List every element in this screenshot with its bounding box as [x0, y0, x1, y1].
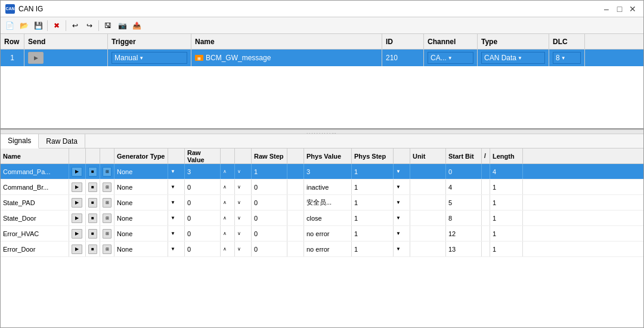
stop-btn-0[interactable]: ■ — [88, 167, 97, 177]
tab-signals[interactable]: Signals — [1, 134, 39, 148]
table-row[interactable]: 1 ▶ Manual ▼ ▦ BCM_GW_message 210 — [1, 49, 643, 66]
sig-ps-arr-4[interactable]: ▼ — [394, 226, 410, 241]
send-button[interactable]: ▶ — [28, 52, 44, 64]
play-btn-0[interactable]: ▶ — [72, 167, 82, 177]
sig-raw-val-3[interactable]: 0 — [185, 211, 221, 225]
delete-button[interactable]: ✖ — [50, 19, 63, 32]
sig-rv-dn-5[interactable]: ∨ — [235, 242, 252, 256]
sig-ctrl-stop-0[interactable]: ■ — [86, 164, 100, 179]
signal-row-2[interactable]: State_PAD ▶ ■ ⊞ None ▼ 0 ∧ ∨ 0 安全员... 1 … — [1, 195, 643, 211]
play-btn-1[interactable]: ▶ — [72, 182, 82, 192]
sig-rs-arr-5[interactable] — [287, 242, 304, 256]
sig-rv-up-3[interactable]: ∧ — [221, 211, 235, 225]
signal-row-0[interactable]: Command_Pa... ▶ ■ ⊞ None ▼ 3 ∧ ∨ 1 3 1 ▼ — [1, 164, 643, 180]
sig-raw-val-2[interactable]: 0 — [185, 195, 221, 210]
sig-gt-arr-5[interactable]: ▼ — [168, 242, 185, 256]
sig-gt-arr-4[interactable]: ▼ — [168, 226, 185, 241]
sig-rs-arr-3[interactable] — [287, 211, 304, 225]
sig-rs-arr-2[interactable] — [287, 195, 304, 210]
type-select[interactable]: CAN Data ▼ — [481, 52, 545, 64]
sig-ctrl-stop-5[interactable]: ■ — [86, 242, 100, 256]
sig-raw-step-0[interactable]: 1 — [252, 164, 287, 179]
save-button[interactable]: 💾 — [32, 19, 45, 32]
sig-gt-arr-1[interactable]: ▼ — [168, 180, 185, 194]
sig-raw-step-4[interactable]: 0 — [252, 226, 287, 241]
dlc-select[interactable]: 8 ▼ — [553, 52, 581, 64]
stop-btn-3[interactable]: ■ — [88, 213, 97, 223]
signal-row-1[interactable]: Command_Br... ▶ ■ ⊞ None ▼ 0 ∧ ∨ 0 inact… — [1, 180, 643, 195]
step-btn-5[interactable]: ⊞ — [103, 245, 112, 254]
step-btn-0[interactable]: ⊞ — [103, 167, 112, 177]
tab-raw-data[interactable]: Raw Data — [39, 134, 85, 148]
stop-btn-2[interactable]: ■ — [88, 198, 97, 208]
signal-row-5[interactable]: Error_Door ▶ ■ ⊞ None ▼ 0 ∧ ∨ 0 no error… — [1, 242, 643, 257]
undo-button[interactable]: ↩ — [69, 19, 82, 32]
sig-ctrl-play-0[interactable]: ▶ — [69, 164, 86, 179]
sig-gt-arr-2[interactable]: ▼ — [168, 195, 185, 210]
sig-raw-val-5[interactable]: 0 — [185, 242, 221, 256]
sig-raw-step-1[interactable]: 0 — [252, 180, 287, 194]
sig-ctrl-step-0[interactable]: ⊞ — [100, 164, 114, 179]
channel-select[interactable]: CA... ▼ — [428, 52, 473, 64]
sig-ps-arr-2[interactable]: ▼ — [394, 195, 410, 210]
close-button[interactable]: ✕ — [627, 3, 639, 15]
play-btn-5[interactable]: ▶ — [72, 245, 82, 254]
sig-raw-step-2[interactable]: 0 — [252, 195, 287, 210]
sig-ps-arr-5[interactable]: ▼ — [394, 242, 410, 256]
stop-btn-4[interactable]: ■ — [88, 229, 97, 239]
sig-ps-arr-0[interactable]: ▼ — [394, 164, 410, 179]
sig-ctrl-play-5[interactable]: ▶ — [69, 242, 86, 256]
sig-rv-dn-0[interactable]: ∨ — [235, 164, 252, 179]
sig-rv-up-0[interactable]: ∧ — [221, 164, 235, 179]
sig-ctrl-stop-4[interactable]: ■ — [86, 226, 100, 241]
sig-rv-up-5[interactable]: ∧ — [221, 242, 235, 256]
sig-rs-arr-1[interactable] — [287, 180, 304, 194]
step-btn-3[interactable]: ⊞ — [103, 213, 112, 223]
sig-raw-val-1[interactable]: 0 — [185, 180, 221, 194]
sig-ctrl-play-3[interactable]: ▶ — [69, 211, 86, 225]
sig-ctrl-play-1[interactable]: ▶ — [69, 180, 86, 194]
sig-ctrl-step-4[interactable]: ⊞ — [100, 226, 114, 241]
sig-ctrl-step-1[interactable]: ⊞ — [100, 180, 114, 194]
sig-raw-step-5[interactable]: 0 — [252, 242, 287, 256]
open-button[interactable]: 📂 — [17, 19, 30, 32]
sig-rv-up-1[interactable]: ∧ — [221, 180, 235, 194]
sig-rv-dn-3[interactable]: ∨ — [235, 211, 252, 225]
signal-row-3[interactable]: State_Door ▶ ■ ⊞ None ▼ 0 ∧ ∨ 0 close 1 … — [1, 211, 643, 226]
sig-ctrl-stop-1[interactable]: ■ — [86, 180, 100, 194]
capture-button[interactable]: 📷 — [116, 19, 129, 32]
sig-ctrl-stop-2[interactable]: ■ — [86, 195, 100, 210]
trigger-select[interactable]: Manual ▼ — [112, 52, 187, 64]
resize-handle[interactable]: ..........… — [1, 129, 643, 134]
sig-ctrl-step-5[interactable]: ⊞ — [100, 242, 114, 256]
export-button[interactable]: 📤 — [130, 19, 143, 32]
sig-raw-step-3[interactable]: 0 — [252, 211, 287, 225]
sig-ctrl-play-4[interactable]: ▶ — [69, 226, 86, 241]
sig-ps-arr-3[interactable]: ▼ — [394, 211, 410, 225]
sig-raw-val-4[interactable]: 0 — [185, 226, 221, 241]
sig-ps-arr-1[interactable]: ▼ — [394, 180, 410, 194]
sig-rv-up-2[interactable]: ∧ — [221, 195, 235, 210]
minimize-button[interactable]: – — [600, 3, 612, 15]
sig-ctrl-play-2[interactable]: ▶ — [69, 195, 86, 210]
play-btn-2[interactable]: ▶ — [72, 198, 82, 208]
play-btn-3[interactable]: ▶ — [72, 213, 82, 223]
play-btn-4[interactable]: ▶ — [72, 229, 82, 239]
redo-button[interactable]: ↪ — [83, 19, 96, 32]
sig-rs-arr-0[interactable] — [287, 164, 304, 179]
stop-btn-1[interactable]: ■ — [88, 182, 97, 192]
sig-gt-arr-0[interactable]: ▼ — [168, 164, 185, 179]
load-button[interactable]: 🖫 — [101, 19, 114, 32]
step-btn-4[interactable]: ⊞ — [103, 229, 112, 239]
step-btn-1[interactable]: ⊞ — [103, 182, 112, 192]
restore-button[interactable]: □ — [614, 3, 626, 15]
sig-rv-up-4[interactable]: ∧ — [221, 226, 235, 241]
stop-btn-5[interactable]: ■ — [88, 245, 97, 254]
step-btn-2[interactable]: ⊞ — [103, 198, 112, 208]
signal-row-4[interactable]: Error_HVAC ▶ ■ ⊞ None ▼ 0 ∧ ∨ 0 no error… — [1, 226, 643, 242]
sig-ctrl-stop-3[interactable]: ■ — [86, 211, 100, 225]
sig-raw-val-0[interactable]: 3 — [185, 164, 221, 179]
sig-ctrl-step-2[interactable]: ⊞ — [100, 195, 114, 210]
sig-rv-dn-1[interactable]: ∨ — [235, 180, 252, 194]
sig-rs-arr-4[interactable] — [287, 226, 304, 241]
